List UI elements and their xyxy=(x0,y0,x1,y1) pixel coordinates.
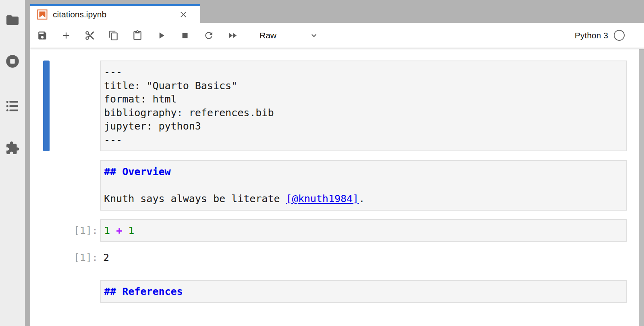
paste-icon xyxy=(132,30,143,41)
cell-raw: ---title: "Quarto Basics"format: htmlbib… xyxy=(30,61,627,151)
kernel-idle-circle-icon[interactable] xyxy=(614,30,625,41)
cell-collapser[interactable] xyxy=(43,61,50,151)
sidebar-item-table-of-contents[interactable] xyxy=(5,99,20,113)
close-icon[interactable] xyxy=(178,9,189,20)
play-icon xyxy=(156,30,166,41)
restart-kernel-button[interactable] xyxy=(204,30,214,41)
code-line: bibliography: references.bib xyxy=(104,106,623,120)
cell-gutter: [1]: xyxy=(30,251,100,265)
cell-gutter xyxy=(30,280,100,303)
cell-code: [1]:1 + 1 xyxy=(30,219,627,242)
cell-markdown: ## References xyxy=(30,280,627,303)
list-icon xyxy=(5,99,20,113)
cell-output: [1]:2 xyxy=(30,249,627,265)
main-area: citations.ipynb xyxy=(30,0,644,326)
code-line: ## Overview xyxy=(104,165,623,179)
puzzle-icon xyxy=(5,141,20,155)
cell-editor[interactable]: 1 + 1 xyxy=(100,219,627,242)
plus-icon xyxy=(61,30,71,41)
chevron-down-icon xyxy=(309,31,319,40)
save-icon xyxy=(37,30,48,41)
code-line: title: "Quarto Basics" xyxy=(104,79,623,93)
execution-count-prompt: [1]: xyxy=(30,251,100,265)
restart-icon xyxy=(204,30,214,41)
cell-gutter xyxy=(30,160,100,211)
execution-count-prompt xyxy=(30,160,100,165)
tab-citations-ipynb[interactable]: citations.ipynb xyxy=(30,4,200,23)
restart-run-all-button[interactable] xyxy=(227,30,238,41)
code-line: 1 + 1 xyxy=(104,224,623,238)
tab-bar: citations.ipynb xyxy=(30,0,644,23)
stop-circle-icon xyxy=(5,54,20,69)
insert-cell-button[interactable] xyxy=(61,30,71,41)
cut-cells-button[interactable] xyxy=(85,30,95,41)
copy-icon xyxy=(108,30,119,41)
cell-markdown: ## OverviewKnuth says always be literate… xyxy=(30,160,627,211)
cell-gutter: [1]: xyxy=(30,219,100,242)
execution-count-prompt xyxy=(30,280,100,285)
code-line: Knuth says always be literate [@knuth198… xyxy=(104,192,623,206)
sidebar-item-file-browser[interactable] xyxy=(5,13,20,27)
code-line: format: html xyxy=(104,92,623,106)
sidebar-item-extension-manager[interactable] xyxy=(5,141,20,155)
kernel-name[interactable]: Python 3 xyxy=(575,31,608,40)
code-line: --- xyxy=(104,133,623,147)
code-line: ## References xyxy=(104,285,623,299)
code-line: --- xyxy=(104,65,623,79)
cell-type-dropdown[interactable]: Raw xyxy=(260,31,319,40)
sidebar-splitter[interactable] xyxy=(25,0,30,326)
paste-cells-button[interactable] xyxy=(132,30,143,41)
execution-count-prompt xyxy=(30,61,100,65)
fast-forward-icon xyxy=(227,30,238,41)
scrollbar[interactable] xyxy=(639,49,644,326)
tab-title: citations.ipynb xyxy=(53,10,106,19)
notebook-icon xyxy=(36,8,48,21)
cell-editor[interactable]: ## OverviewKnuth says always be literate… xyxy=(100,160,627,211)
code-line: jupyter: python3 xyxy=(104,119,623,133)
copy-cells-button[interactable] xyxy=(108,30,119,41)
kernel-area: Python 3 xyxy=(575,30,625,41)
notebook-toolbar: Raw Python 3 xyxy=(30,23,644,48)
activity-sidebar xyxy=(0,0,25,326)
cell-output: 2 xyxy=(100,251,627,265)
cell-editor[interactable]: ---title: "Quarto Basics"format: htmlbib… xyxy=(100,61,627,151)
code-line: 2 xyxy=(103,251,624,265)
interrupt-kernel-button[interactable] xyxy=(180,30,190,41)
scissors-icon xyxy=(85,30,95,41)
save-button[interactable] xyxy=(37,30,48,41)
run-cell-button[interactable] xyxy=(156,30,166,41)
cell-list: ---title: "Quarto Basics"format: htmlbib… xyxy=(30,61,644,303)
stop-icon xyxy=(180,30,190,41)
cell-gutter xyxy=(30,61,100,151)
sidebar-item-running-sessions[interactable] xyxy=(5,54,20,69)
code-line xyxy=(104,179,623,192)
notebook-panel: ---title: "Quarto Basics"format: htmlbib… xyxy=(30,48,644,326)
cell-type-value: Raw xyxy=(260,31,276,40)
execution-count-prompt: [1]: xyxy=(30,219,100,238)
cell-editor[interactable]: ## References xyxy=(100,280,627,303)
folder-icon xyxy=(5,13,20,27)
